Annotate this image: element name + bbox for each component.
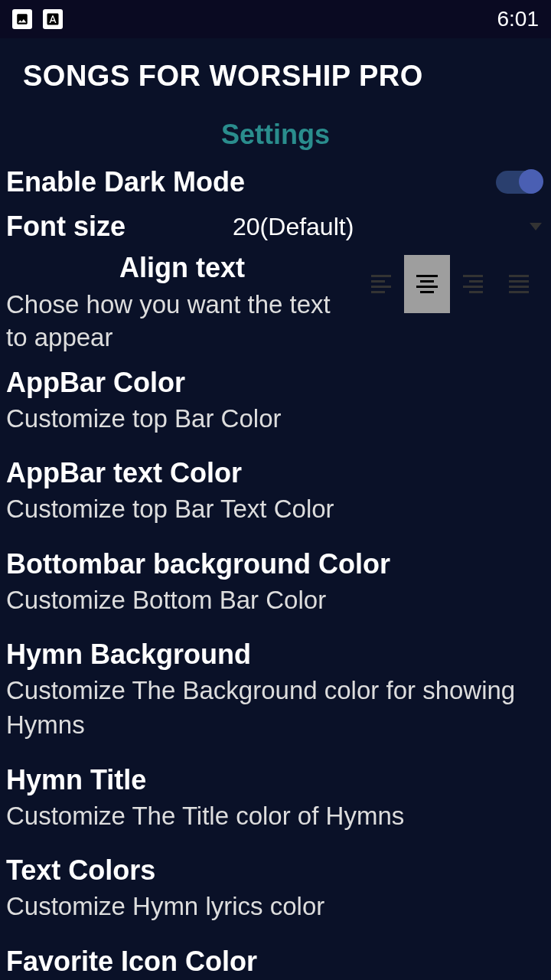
favorite-icon-color-row[interactable]: Favorite Icon Color — [0, 935, 551, 980]
setting-desc: Customize The Title color of Hymns — [6, 799, 542, 834]
align-right-button[interactable] — [450, 255, 496, 313]
setting-title: AppBar text Color — [6, 457, 542, 489]
font-size-dropdown[interactable]: 20(Default) — [233, 213, 542, 241]
appbar-color-row[interactable]: AppBar Color Customize top Bar Color — [0, 356, 551, 447]
hymn-title-row[interactable]: Hymn Title Customize The Title color of … — [0, 753, 551, 844]
align-text-desc: Chose how you want the text to appear — [6, 289, 358, 354]
setting-title: AppBar Color — [6, 367, 542, 399]
image-icon — [12, 9, 32, 29]
align-left-icon — [371, 275, 391, 293]
bottombar-color-row[interactable]: Bottombar background Color Customize Bot… — [0, 537, 551, 629]
appbar-text-color-row[interactable]: AppBar text Color Customize top Bar Text… — [0, 446, 551, 537]
font-size-row[interactable]: Font size 20(Default) — [0, 206, 551, 247]
page-title: Settings — [0, 106, 551, 158]
setting-title: Text Colors — [6, 854, 542, 887]
dark-mode-toggle[interactable] — [496, 171, 542, 194]
align-justify-icon — [509, 275, 529, 293]
chevron-down-icon — [530, 223, 542, 230]
setting-title: Favorite Icon Color — [6, 946, 542, 978]
align-text-row: Align text Chose how you want the text t… — [0, 247, 551, 356]
setting-title: Hymn Title — [6, 764, 542, 796]
font-size-label: Font size — [6, 211, 126, 243]
hymn-background-row[interactable]: Hymn Background Customize The Background… — [0, 628, 551, 753]
setting-title: Bottombar background Color — [6, 548, 542, 580]
setting-desc: Customize top Bar Color — [6, 402, 542, 436]
setting-desc: Customize top Bar Text Color — [6, 492, 542, 527]
dark-mode-row[interactable]: Enable Dark Mode — [0, 158, 551, 206]
setting-desc: Customize The Background color for showi… — [6, 674, 542, 742]
setting-desc: Customize Bottom Bar Color — [6, 583, 542, 618]
app-title: SONGS FOR WORSHIP PRO — [0, 38, 551, 106]
align-text-title: Align text — [6, 252, 358, 289]
toggle-thumb — [519, 169, 543, 194]
text-colors-row[interactable]: Text Colors Customize Hymn lyrics color — [0, 844, 551, 935]
setting-title: Hymn Background — [6, 639, 542, 671]
font-icon — [43, 9, 63, 29]
status-bar: 6:01 — [0, 0, 551, 38]
font-size-value: 20(Default) — [233, 213, 354, 241]
align-buttons — [358, 255, 542, 313]
align-right-icon — [463, 275, 483, 293]
dark-mode-label: Enable Dark Mode — [6, 166, 245, 198]
align-center-icon — [416, 275, 438, 293]
align-center-button[interactable] — [404, 255, 450, 313]
align-left-button[interactable] — [358, 255, 404, 313]
setting-desc: Customize Hymn lyrics color — [6, 890, 542, 924]
status-time: 6:01 — [497, 7, 540, 31]
align-justify-button[interactable] — [496, 255, 542, 313]
status-icons — [12, 9, 63, 29]
